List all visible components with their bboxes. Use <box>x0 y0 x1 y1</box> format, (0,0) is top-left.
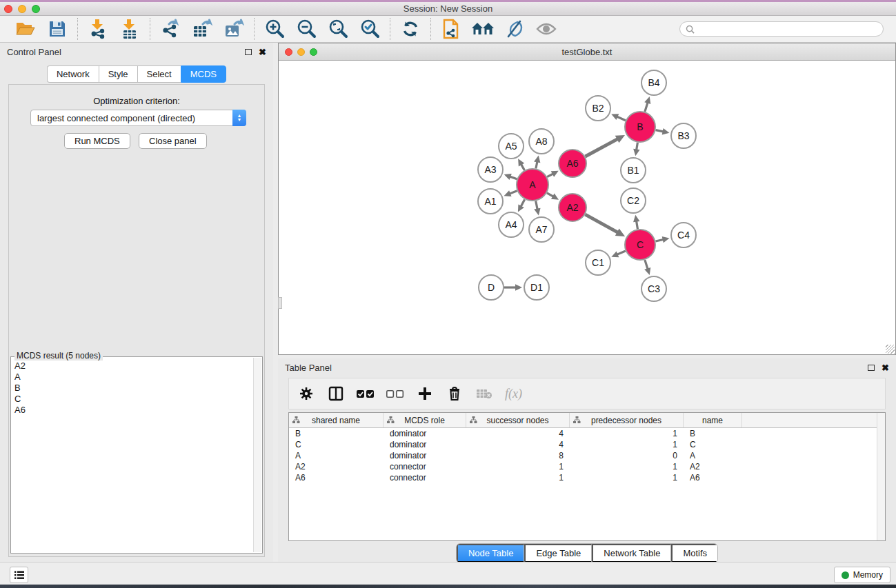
zoom-fit-icon[interactable] <box>324 17 352 41</box>
refresh-icon[interactable] <box>397 17 424 41</box>
export-image-icon[interactable] <box>220 17 248 41</box>
select-all-icon[interactable] <box>357 385 375 403</box>
close-panel-icon[interactable]: ✖ <box>259 48 266 57</box>
tab-style[interactable]: Style <box>99 65 137 83</box>
node-table-body[interactable]: Bdominator41BCdominator41CAdominator80AA… <box>289 428 885 483</box>
float-panel-icon[interactable] <box>868 365 875 371</box>
mcds-result-list[interactable]: A2ABCA6 <box>12 358 253 552</box>
zoom-out-icon[interactable] <box>292 17 320 41</box>
home-panels-icon[interactable] <box>469 17 497 41</box>
network-window-titlebar[interactable]: testGlobe.txt <box>279 43 895 61</box>
graph-node-C3[interactable]: C3 <box>641 276 666 301</box>
select-columns-icon[interactable] <box>327 385 345 403</box>
table-cell[interactable]: dominator <box>384 451 466 460</box>
tab-motifs[interactable]: Motifs <box>671 544 717 562</box>
column-header-shared-name[interactable]: shared name <box>289 413 384 427</box>
float-panel-icon[interactable] <box>245 49 252 55</box>
table-settings-gear-icon[interactable] <box>297 385 315 403</box>
search-input[interactable] <box>698 24 877 34</box>
table-cell[interactable]: 1 <box>570 429 684 438</box>
graph-edge[interactable] <box>645 260 648 270</box>
table-cell[interactable]: connector <box>384 462 466 472</box>
graph-edge[interactable] <box>645 102 648 112</box>
tab-mcds[interactable]: MCDS <box>181 65 226 83</box>
result-list-item[interactable]: B <box>14 383 253 394</box>
table-cell[interactable]: B <box>684 429 742 438</box>
table-row[interactable]: Adominator80A <box>289 450 885 461</box>
table-cell[interactable]: 1 <box>570 462 684 472</box>
column-header-predecessor-nodes[interactable]: predecessor nodes <box>570 413 684 427</box>
open-folder-icon[interactable] <box>12 17 39 41</box>
table-cell[interactable]: connector <box>384 473 466 483</box>
table-cell[interactable]: 1 <box>466 473 570 483</box>
tab-network[interactable]: Network <box>47 65 99 83</box>
add-column-icon[interactable] <box>416 385 434 403</box>
table-cell[interactable]: A6 <box>684 473 742 483</box>
graph-edge[interactable] <box>585 139 618 156</box>
run-mcds-button[interactable]: Run MCDS <box>64 133 130 149</box>
column-header-successor-nodes[interactable]: successor nodes <box>466 413 570 427</box>
graph-node-A[interactable]: A <box>517 169 548 201</box>
graph-node-B3[interactable]: B3 <box>671 123 696 148</box>
tab-edge-table[interactable]: Edge Table <box>524 544 592 562</box>
result-scrollbar[interactable] <box>253 358 261 552</box>
table-cell[interactable]: A2 <box>684 462 742 472</box>
table-cell[interactable]: 4 <box>466 429 570 438</box>
graph-node-A3[interactable]: A3 <box>478 157 503 182</box>
node-table-header[interactable]: shared nameMCDS rolesuccessor nodesprede… <box>289 413 885 428</box>
deselect-all-icon[interactable] <box>386 385 404 403</box>
table-cell[interactable]: 0 <box>570 451 684 460</box>
graph-node-A4[interactable]: A4 <box>499 212 524 237</box>
table-cell[interactable]: 1 <box>466 462 570 472</box>
table-row[interactable]: A2connector11A2 <box>289 461 885 472</box>
memory-button[interactable]: Memory <box>834 567 890 583</box>
table-cell[interactable]: dominator <box>384 440 466 449</box>
graph-node-A1[interactable]: A1 <box>478 189 503 214</box>
close-panel-icon[interactable]: ✖ <box>882 363 889 372</box>
zoom-in-icon[interactable] <box>261 17 288 41</box>
graph-node-C[interactable]: C <box>625 230 655 260</box>
column-header-MCDS-role[interactable]: MCDS role <box>384 413 466 427</box>
delete-column-trash-icon[interactable] <box>446 385 464 403</box>
table-cell[interactable]: A2 <box>289 462 384 472</box>
save-icon[interactable] <box>43 17 71 41</box>
table-cell[interactable]: 1 <box>570 473 684 483</box>
tab-node-table[interactable]: Node Table <box>457 544 525 562</box>
graph-node-A6[interactable]: A6 <box>559 150 586 177</box>
graph-node-A8[interactable]: A8 <box>529 129 554 154</box>
close-panel-button[interactable]: Close panel <box>139 133 207 149</box>
tab-network-table[interactable]: Network Table <box>592 544 671 562</box>
eye-icon[interactable] <box>532 17 560 41</box>
graph-node-B[interactable]: B <box>625 112 655 142</box>
graph-edge[interactable] <box>585 214 618 232</box>
table-cell[interactable]: A <box>289 451 384 460</box>
annotation-off-icon[interactable] <box>501 17 528 41</box>
graph-edge[interactable] <box>617 116 626 121</box>
graph-node-D1[interactable]: D1 <box>524 275 549 300</box>
network-from-document-icon[interactable] <box>437 17 465 41</box>
graph-node-A5[interactable]: A5 <box>499 134 524 159</box>
result-list-item[interactable]: A <box>14 372 253 383</box>
tab-select[interactable]: Select <box>137 65 181 83</box>
table-cell[interactable]: C <box>289 440 384 449</box>
graph-node-A2[interactable]: A2 <box>559 194 586 221</box>
table-scrollbar[interactable] <box>877 413 885 540</box>
graph-node-B2[interactable]: B2 <box>586 96 610 121</box>
table-cell[interactable]: B <box>289 429 384 438</box>
criterion-select[interactable]: largest connected component (directed) ▲… <box>30 110 246 126</box>
table-row[interactable]: A6connector11A6 <box>289 472 885 483</box>
node-table[interactable]: shared nameMCDS rolesuccessor nodesprede… <box>288 412 886 541</box>
result-list-item[interactable]: A6 <box>14 405 253 416</box>
result-list-item[interactable]: C <box>14 394 253 405</box>
graph-node-C1[interactable]: C1 <box>586 250 610 275</box>
zoom-selected-icon[interactable] <box>356 17 384 41</box>
table-cell[interactable]: dominator <box>384 429 466 438</box>
result-list-item[interactable]: A2 <box>14 361 253 372</box>
export-network-icon[interactable] <box>157 17 184 41</box>
network-canvas[interactable]: B4B2BB3A8A5A6A3B1AA1C2A2A4A7CC4C1C3DD1 <box>279 61 895 354</box>
column-header-name[interactable]: name <box>684 413 742 427</box>
table-cell[interactable]: A6 <box>289 473 384 483</box>
graph-node-A7[interactable]: A7 <box>529 217 554 242</box>
show-panels-list-button[interactable] <box>10 567 28 583</box>
window-resize-grip[interactable] <box>886 345 895 354</box>
